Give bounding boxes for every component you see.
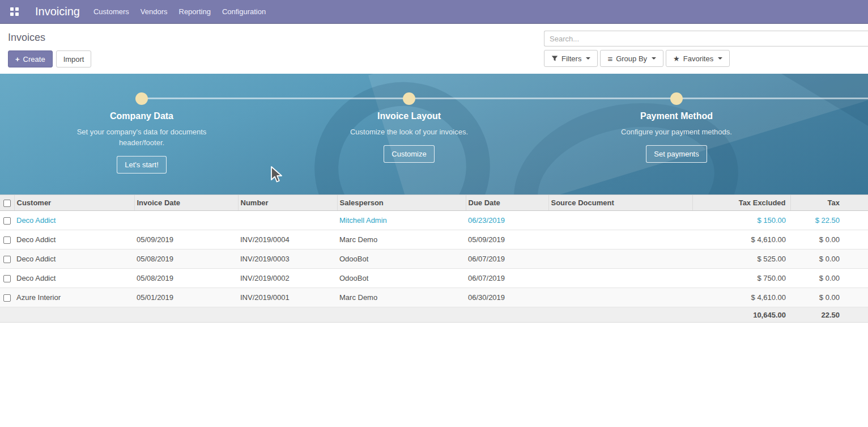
cell-tax-excluded: $ 750.00 xyxy=(692,269,790,288)
bars-icon: ≡ xyxy=(607,54,612,63)
app-title[interactable]: Invoicing xyxy=(35,5,80,18)
group-by-button[interactable]: ≡ Group By xyxy=(600,50,663,67)
step-description: Configure your payment methods. xyxy=(609,126,744,137)
cell-invoice-date: 05/01/2019 xyxy=(134,288,238,307)
top-menu: Customers Vendors Reporting Configuratio… xyxy=(88,1,271,23)
cell-due-date: 05/09/2019 xyxy=(466,230,548,250)
row-checkbox[interactable] xyxy=(3,294,11,302)
group-by-button-label: Group By xyxy=(616,55,647,62)
cell-tax: $ 0.00 xyxy=(790,288,868,307)
cell-number: INV/2019/0002 xyxy=(238,269,337,288)
cell-source-document xyxy=(548,230,692,250)
table-row[interactable]: Deco Addict 05/08/2019 INV/2019/0002 Odo… xyxy=(0,269,868,288)
caret-down-icon xyxy=(586,57,590,60)
create-button[interactable]: + Create xyxy=(8,50,53,67)
filters-button-label: Filters xyxy=(561,55,581,62)
step-title: Payment Method xyxy=(586,111,767,121)
import-button-label: Import xyxy=(63,56,84,63)
cell-salesperson: OdooBot xyxy=(337,269,466,288)
caret-down-icon xyxy=(718,57,722,60)
cell-salesperson: Marc Demo xyxy=(337,288,466,307)
cell-tax-excluded: $ 525.00 xyxy=(692,250,790,269)
breadcrumb: Invoices xyxy=(8,32,91,44)
column-header-salesperson[interactable]: Salesperson xyxy=(337,195,466,211)
column-header-customer[interactable]: Customer xyxy=(14,195,134,211)
cell-due-date: 06/30/2019 xyxy=(466,288,548,307)
import-button[interactable]: Import xyxy=(56,50,92,67)
cell-due-date: 06/07/2019 xyxy=(466,250,548,269)
cell-source-document xyxy=(548,211,692,230)
filters-button[interactable]: Filters xyxy=(544,50,598,67)
cell-salesperson: OdooBot xyxy=(337,250,466,269)
plus-icon: + xyxy=(15,56,20,63)
onboarding-step-payment-method: Payment Method Configure your payment me… xyxy=(586,74,767,163)
cell-source-document xyxy=(548,250,692,269)
table-row[interactable]: Deco Addict 05/08/2019 INV/2019/0003 Odo… xyxy=(0,250,868,269)
cell-source-document xyxy=(548,288,692,307)
caret-down-icon xyxy=(652,57,656,60)
row-checkbox[interactable] xyxy=(3,236,11,244)
cell-invoice-date xyxy=(134,211,238,230)
top-navbar: Invoicing Customers Vendors Reporting Co… xyxy=(0,0,868,24)
cell-customer: Deco Addict xyxy=(14,250,134,269)
table-row[interactable]: Azure Interior 05/01/2019 INV/2019/0001 … xyxy=(0,288,868,307)
cell-number: INV/2019/0001 xyxy=(238,288,337,307)
cell-tax-excluded: $ 4,610.00 xyxy=(692,230,790,250)
cell-customer: Deco Addict xyxy=(14,269,134,288)
step-description: Set your company's data for documents he… xyxy=(74,126,210,148)
total-tax-excluded: 10,645.00 xyxy=(692,307,790,323)
cell-customer: Deco Addict xyxy=(14,230,134,250)
create-button-label: Create xyxy=(23,56,45,63)
column-header-tax[interactable]: Tax xyxy=(790,195,868,211)
cell-source-document xyxy=(548,269,692,288)
onboarding-step-company-data: Company Data Set your company's data for… xyxy=(51,74,232,174)
apps-menu-icon[interactable] xyxy=(6,3,23,20)
column-header-number[interactable]: Number xyxy=(238,195,337,211)
cell-tax-excluded: $ 4,610.00 xyxy=(692,288,790,307)
menu-vendors[interactable]: Vendors xyxy=(135,1,173,23)
row-checkbox[interactable] xyxy=(3,217,11,225)
table-row[interactable]: Deco Addict 05/09/2019 INV/2019/0004 Mar… xyxy=(0,230,868,250)
cell-salesperson: Mitchell Admin xyxy=(337,211,466,230)
cell-customer: Azure Interior xyxy=(14,288,134,307)
favorites-button-label: Favorites xyxy=(683,55,713,62)
cell-number: INV/2019/0004 xyxy=(238,230,337,250)
select-all-checkbox[interactable] xyxy=(3,200,11,207)
menu-customers[interactable]: Customers xyxy=(88,1,135,23)
step-description: Customize the look of your invoices. xyxy=(341,126,477,137)
cell-salesperson: Marc Demo xyxy=(337,230,466,250)
menu-reporting[interactable]: Reporting xyxy=(173,1,216,23)
column-header-source-document[interactable]: Source Document xyxy=(548,195,692,211)
cell-invoice-date: 05/08/2019 xyxy=(134,269,238,288)
set-payments-button[interactable]: Set payments xyxy=(646,145,707,163)
column-header-due-date[interactable]: Due Date xyxy=(466,195,548,211)
search-input[interactable] xyxy=(544,31,868,46)
customize-button[interactable]: Customize xyxy=(384,145,434,163)
cell-tax: $ 0.00 xyxy=(790,230,868,250)
totals-row: 10,645.00 22.50 xyxy=(0,307,868,323)
cell-invoice-date: 05/09/2019 xyxy=(134,230,238,250)
table-header-row: Customer Invoice Date Number Salesperson… xyxy=(0,195,868,211)
cell-due-date: 06/07/2019 xyxy=(466,269,548,288)
cell-invoice-date: 05/08/2019 xyxy=(134,250,238,269)
cell-number xyxy=(238,211,337,230)
onboarding-step-invoice-layout: Invoice Layout Customize the look of you… xyxy=(318,74,500,163)
step-title: Company Data xyxy=(51,111,232,121)
cell-tax: $ 0.00 xyxy=(790,269,868,288)
column-header-invoice-date[interactable]: Invoice Date xyxy=(134,195,238,211)
row-checkbox[interactable] xyxy=(3,275,11,282)
favorites-button[interactable]: ★ Favorites xyxy=(666,50,730,67)
cell-tax-excluded: $ 150.00 xyxy=(692,211,790,230)
column-header-tax-excluded[interactable]: Tax Excluded xyxy=(692,195,790,211)
step-title: Invoice Layout xyxy=(318,111,500,121)
total-tax: 22.50 xyxy=(790,307,868,323)
lets-start-button[interactable]: Let's start! xyxy=(117,156,167,174)
row-checkbox[interactable] xyxy=(3,256,11,263)
menu-configuration[interactable]: Configuration xyxy=(216,1,271,23)
cell-tax: $ 0.00 xyxy=(790,250,868,269)
cell-tax: $ 22.50 xyxy=(790,211,868,230)
onboarding-banner: Company Data Set your company's data for… xyxy=(0,74,868,195)
cell-number: INV/2019/0003 xyxy=(238,250,337,269)
table-row[interactable]: Deco Addict Mitchell Admin 06/23/2019 $ … xyxy=(0,211,868,230)
invoice-list-table: Customer Invoice Date Number Salesperson… xyxy=(0,195,868,323)
